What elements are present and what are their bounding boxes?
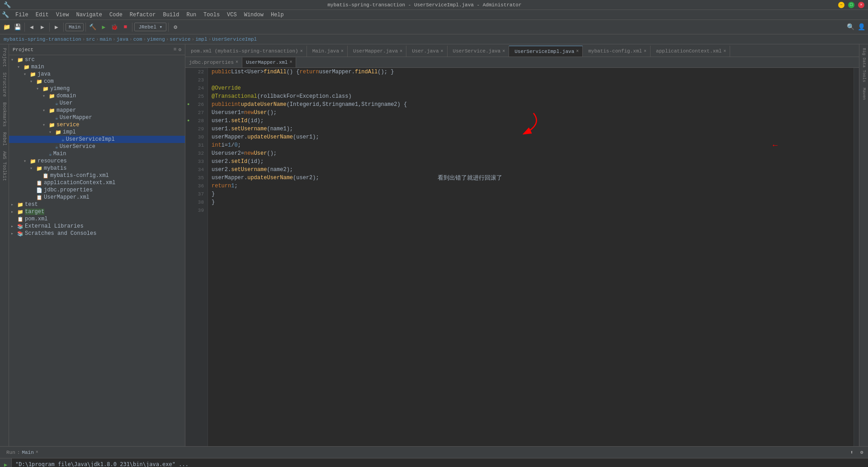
maven-panel[interactable]: Maven (861, 86, 867, 102)
minimize-button[interactable]: − (838, 2, 844, 8)
toolbar-search-button[interactable]: 🔍 (845, 22, 855, 32)
tree-item-mybatis[interactable]: ▾📁mybatis (9, 165, 185, 172)
tree-item-scratches-and-consoles[interactable]: ▸📚Scratches and Consoles (9, 230, 185, 237)
breadcrumb-part[interactable]: yimeng (147, 37, 165, 42)
secondary-tab[interactable]: jdbc.properties× (185, 57, 242, 67)
tree-item-usermapper-xml[interactable]: 📋UserMapper.xml (9, 194, 185, 201)
secondary-tab-close[interactable]: × (236, 60, 238, 65)
tab-close-button[interactable]: × (341, 49, 344, 54)
tab-close-button[interactable]: × (502, 49, 505, 54)
editor-tab[interactable]: mybatis-config.xml× (583, 46, 651, 57)
sidebar-structure-icon[interactable]: Structure (1, 71, 8, 99)
tree-item-mapper[interactable]: ▾📁mapper (9, 107, 185, 114)
breadcrumb-part[interactable]: main (100, 37, 112, 42)
toolbar-back-button[interactable]: ◀ (27, 22, 37, 32)
menu-item-help[interactable]: Help (267, 11, 288, 19)
editor-tab[interactable]: UserMapper.java× (348, 46, 406, 57)
sidebar-project-icon[interactable]: Project (1, 46, 8, 69)
tree-item-pom-xml[interactable]: 📋pom.xml (9, 215, 185, 223)
sidebar-rebel-icon[interactable]: Rebel (1, 130, 8, 148)
toolbar-build-button[interactable]: 🔨 (88, 22, 98, 32)
tree-item-external-libraries[interactable]: ▸📚External Libraries (9, 223, 185, 230)
editor-tab[interactable]: applicationContext.xml× (651, 46, 730, 57)
tree-item-com[interactable]: ▾📁com (9, 78, 185, 85)
secondary-tab[interactable]: UserMapper.xml× (242, 57, 296, 67)
breadcrumb-part[interactable]: src (86, 37, 95, 42)
tab-close-button[interactable]: × (644, 49, 646, 54)
tab-close-button[interactable]: × (441, 49, 443, 54)
toolbar-debug-button[interactable]: 🐞 (109, 22, 119, 32)
menu-item-view[interactable]: View (52, 11, 73, 19)
toolbar-open-button[interactable]: 📁 (2, 22, 12, 32)
tree-item-src[interactable]: ▾📁src (9, 56, 185, 63)
big-data-tools-panel[interactable]: Big Data Tools (861, 46, 867, 84)
run-main-label[interactable]: Main (22, 450, 33, 455)
tree-item-resources[interactable]: ▾📁resources (9, 157, 185, 165)
menu-item-tools[interactable]: Tools (200, 11, 223, 19)
tab-close-button[interactable]: × (300, 49, 303, 54)
toolbar-settings-button[interactable]: ⚙ (170, 22, 180, 32)
tree-item-java[interactable]: ▾📁java (9, 71, 185, 78)
menu-item-edit[interactable]: Edit (32, 11, 52, 19)
toolbar-run-button[interactable]: ▶ (99, 22, 108, 32)
tree-item-service[interactable]: ▾📁service (9, 121, 185, 129)
menu-item-window[interactable]: Window (241, 11, 267, 19)
breadcrumb-part[interactable]: service (170, 37, 190, 42)
menu-item-vcs[interactable]: VCS (223, 11, 241, 19)
tree-item-user[interactable]: ☕User (9, 100, 185, 107)
toolbar-forward-button[interactable]: ▶ (38, 22, 47, 32)
toolbar-separator-3 (63, 23, 64, 32)
toolbar-save-button[interactable]: 💾 (13, 22, 23, 32)
close-button[interactable]: × (858, 2, 864, 8)
code-line: user2.setId(id); (212, 157, 850, 166)
breadcrumb-part[interactable]: java (117, 37, 128, 42)
menu-item-run[interactable]: Run (183, 11, 200, 19)
tree-item-impl[interactable]: ▾📁impl (9, 129, 185, 136)
tree-item-yimeng[interactable]: ▾📁yimeng (9, 85, 185, 92)
code-content[interactable]: public List<User> findAll() { return use… (208, 68, 854, 446)
tab-close-button[interactable]: × (576, 49, 579, 54)
sidebar-bookmarks-icon[interactable]: Bookmarks (1, 100, 8, 129)
tree-item-main[interactable]: ▾📁main (9, 63, 185, 71)
tree-item-domain[interactable]: ▾📁domain (9, 92, 185, 100)
tab-close-button[interactable]: × (723, 49, 726, 54)
toolbar-run-config[interactable]: ▶ (52, 22, 61, 32)
tree-item-mybatis-config-xml[interactable]: 📋mybatis-config.xml (9, 172, 185, 179)
menu-item-refactor[interactable]: Refactor (126, 11, 160, 19)
run-tab-close[interactable]: × (36, 450, 38, 455)
project-collapse-icon[interactable]: ≡ (174, 47, 177, 52)
tree-item-jdbc-properties[interactable]: 📄jdbc.properties (9, 186, 185, 194)
tree-item-test[interactable]: ▸📁test (9, 201, 185, 208)
editor-tab[interactable]: Main.java× (307, 46, 348, 57)
toolbar-user-button[interactable]: 👤 (856, 22, 866, 32)
branch-selector[interactable]: Main (66, 23, 84, 31)
tree-item-usermapper[interactable]: ☕UserMapper (9, 114, 185, 121)
breadcrumb-part[interactable]: impl (195, 37, 207, 42)
editor-tab[interactable]: User.java× (406, 46, 447, 57)
menu-item-navigate[interactable]: Navigate (72, 11, 106, 19)
tree-item-userserviceimpl[interactable]: ☕UserServiceImpl (9, 136, 185, 143)
tree-item-applicationcontext-xml[interactable]: 📋applicationContext.xml (9, 179, 185, 186)
jrebel-button[interactable]: JRebel ▾ (134, 23, 166, 31)
tree-item-userservice[interactable]: ☕UserService (9, 143, 185, 150)
project-settings-icon[interactable]: ⚙ (178, 47, 181, 52)
tree-item-main[interactable]: ☕Main (9, 150, 185, 157)
breadcrumb-part[interactable]: mybatis-spring-transaction (4, 37, 81, 42)
run-play-button[interactable]: ▶ (1, 460, 10, 467)
breadcrumb-part[interactable]: UserServiceImpl (212, 37, 257, 42)
sidebar-aws-icon[interactable]: AWS Toolkit (1, 149, 8, 183)
menu-item-code[interactable]: Code (106, 11, 126, 19)
tree-item-target[interactable]: ▸📁target (9, 208, 185, 215)
maximize-button[interactable]: □ (848, 2, 854, 8)
menu-item-file[interactable]: File (12, 11, 32, 19)
secondary-tab-close[interactable]: × (289, 60, 292, 65)
run-settings-button[interactable]: ⚙ (857, 448, 866, 457)
toolbar-stop-button[interactable]: ■ (120, 22, 130, 32)
editor-tab[interactable]: UserService.java× (448, 46, 509, 57)
editor-tab[interactable]: pom.xml (mybatis-spring-transaction)× (185, 46, 307, 57)
menu-item-build[interactable]: Build (159, 11, 183, 19)
run-maximize-button[interactable]: ⬆ (847, 448, 856, 457)
tab-close-button[interactable]: × (400, 49, 402, 54)
editor-tab[interactable]: UserServiceImpl.java× (509, 46, 583, 57)
breadcrumb-part[interactable]: com (133, 37, 142, 42)
